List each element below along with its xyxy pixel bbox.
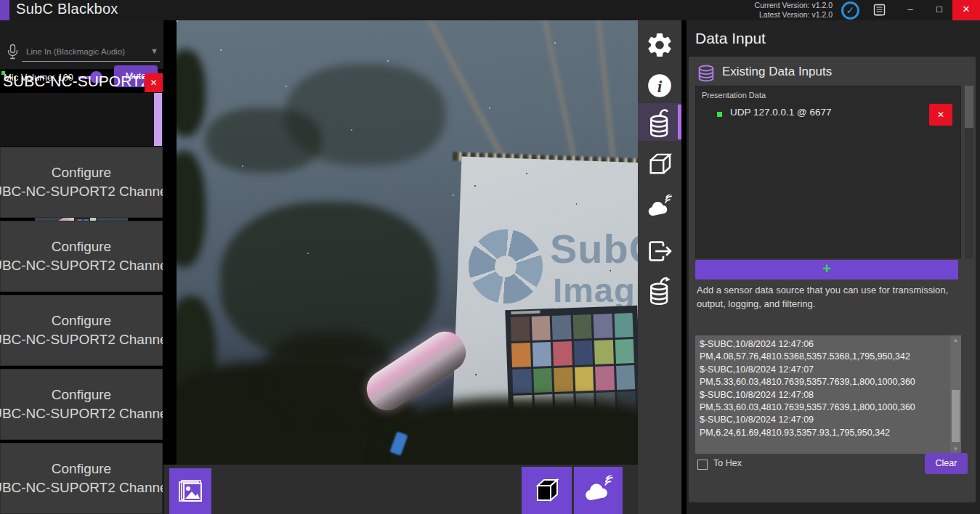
color-swatch — [532, 342, 551, 367]
existing-data-inputs-card: Existing Data Inputs Presentation Data U… — [689, 57, 976, 502]
clear-log-button[interactable]: Clear — [925, 453, 968, 474]
settings-gear-icon — [645, 30, 674, 60]
input-label: UDP 127.0.0.1 @ 6677 — [730, 107, 832, 118]
microphone-icon — [7, 44, 19, 61]
data-input-tab[interactable] — [638, 103, 681, 141]
input-status-dot — [717, 112, 722, 117]
right-toolbar: i — [638, 20, 681, 514]
configure-label-line1: Configure — [52, 386, 111, 404]
info-icon: i — [646, 72, 673, 99]
video-bottom-bar — [163, 465, 638, 514]
section-title: Existing Data Inputs — [722, 65, 832, 79]
maximize-button[interactable]: ☐ — [928, 0, 950, 20]
cloud-transmit-icon — [644, 195, 675, 221]
wreck-shadow — [286, 64, 445, 166]
configure-channel-list: Configure UBC-NC-SUPORT2 Channel Configu… — [0, 147, 163, 514]
kelp-debris — [177, 151, 206, 267]
cloud-tab[interactable] — [638, 189, 681, 227]
color-swatch — [512, 369, 532, 393]
log-scrollbar-thumb[interactable] — [952, 390, 960, 442]
color-swatch — [552, 315, 572, 340]
configure-label-line1: Configure — [52, 163, 111, 182]
current-version: Current Version: v1.2.0 — [755, 1, 833, 10]
add-description: Add a sensor data source that you can us… — [697, 283, 970, 311]
image-gallery-icon — [177, 478, 204, 505]
configure-label-line2: UBC-NC-SUPORT2 Channel — [0, 330, 163, 349]
log-line: PM,5.33,60.03,4810.7639,5357.7639,1,800,… — [700, 376, 947, 388]
video-feed[interactable]: SubC Imaging — [177, 20, 638, 465]
snapshot-gallery-button[interactable] — [169, 468, 211, 514]
data-output-database-icon — [645, 274, 674, 306]
color-swatch — [575, 367, 594, 391]
cube-3d-button[interactable] — [522, 467, 572, 514]
watermark-text: SubC — [550, 225, 638, 272]
to-hex-checkbox[interactable] — [697, 460, 708, 470]
audio-device-select[interactable]: Line In (Blackmagic Audio) — [26, 47, 146, 56]
watermark-text: Imaging — [553, 270, 638, 310]
cube-3d-icon — [644, 149, 675, 179]
configure-channel-button[interactable]: Configure UBC-NC-SUPORT2 Channel — [0, 295, 163, 366]
cloud-transmit-button[interactable] — [574, 467, 623, 514]
color-swatch — [615, 339, 634, 364]
changelog-icon[interactable] — [872, 4, 886, 17]
configure-label-line2: UBC-NC-SUPORT2 Channel — [0, 404, 163, 423]
inputs-list-panel: Presentation Data UDP 127.0.0.1 @ 6677 ✕ — [695, 86, 961, 258]
log-line: $-SUBC,10/8/2024 12:47:06 — [700, 338, 947, 351]
chevron-down-icon[interactable]: ▼ — [150, 46, 158, 55]
log-line: PM,4.08,57.76,4810.5368,5357.5368,1,795,… — [700, 351, 947, 363]
color-swatch — [595, 366, 615, 391]
configure-label-line2: UBC-NC-SUPORT2 Channel — [0, 256, 163, 275]
data-output-tab[interactable] — [638, 271, 681, 309]
cube-3d-icon — [530, 474, 564, 507]
configure-channel-button[interactable]: Configure UBC-NC-SUPORT2 Channel — [0, 443, 163, 514]
cube-3d-tab[interactable] — [638, 145, 681, 183]
configure-channel-button[interactable]: Configure UBC-NC-SUPORT2 Channel — [0, 369, 163, 440]
settings-tab[interactable] — [638, 26, 681, 64]
delete-input-button[interactable]: ✕ — [929, 104, 952, 126]
data-input-panel: Data Input Existing Data Inputs Presenta… — [687, 20, 980, 514]
log-line: PM,5.33,60.03,4810.7639,5357.7639,1,800,… — [700, 401, 947, 414]
update-check-icon[interactable]: ✓ — [841, 1, 859, 20]
configure-label-line1: Configure — [52, 460, 111, 478]
panel-scrollbar[interactable] — [965, 86, 973, 258]
app-window: SubC Blackbox Current Version: v1.2.0 La… — [0, 0, 980, 514]
configure-label-line2: UBC-NC-SUPORT2 Channel — [0, 478, 163, 497]
data-log-panel[interactable]: $-SUBC,10/8/2024 12:47:06PM,4.08,57.76,4… — [695, 335, 961, 454]
app-title: SubC Blackbox — [16, 1, 118, 17]
configure-channel-button[interactable]: Configure UBC-NC-SUPORT2 Channel — [0, 221, 163, 292]
color-swatch — [572, 314, 592, 339]
channel-close-button[interactable]: ✕ — [145, 73, 163, 92]
version-info: Current Version: v1.2.0 Latest Version: … — [755, 1, 833, 20]
color-swatch — [616, 365, 636, 390]
audio-panel: Line In (Blackmagic Audio) ▼ Mic Volume:… — [0, 20, 163, 69]
scroll-down-icon[interactable]: ▼ — [950, 446, 961, 452]
configure-channel-button[interactable]: Configure UBC-NC-SUPORT2 Channel — [0, 147, 163, 218]
panel-title: Data Input — [695, 30, 766, 47]
sidebar-scrollbar-thumb[interactable] — [154, 93, 162, 146]
audio-select-underline — [22, 61, 160, 62]
group-label: Presentation Data — [702, 91, 766, 99]
log-line: PM,6.24,61.69,4810.93,5357.93,1,795,950,… — [700, 427, 947, 439]
color-swatch — [614, 313, 633, 338]
minimize-button[interactable]: – — [899, 0, 921, 20]
color-swatch — [533, 368, 553, 393]
scroll-up-icon[interactable]: ▲ — [950, 337, 961, 343]
log-line: $-SUBC,10/8/2024 12:47:08 — [700, 389, 947, 401]
log-line: $-SUBC,10/8/2024 12:47:07 — [700, 364, 947, 376]
add-data-input-button[interactable]: + — [695, 260, 958, 280]
close-button[interactable]: ✕ — [952, 0, 980, 20]
hanging-rope — [538, 20, 579, 165]
svg-text:i: i — [657, 77, 663, 96]
export-tab[interactable] — [638, 232, 681, 270]
log-scrollbar[interactable]: ▲ ▼ — [950, 335, 961, 454]
color-swatch — [594, 340, 614, 364]
log-line: $-SUBC,10/8/2024 12:47:09 — [700, 414, 947, 426]
marine-snow — [177, 20, 178, 22]
hanging-rope — [593, 20, 619, 173]
title-bar: SubC Blackbox Current Version: v1.2.0 La… — [0, 0, 980, 20]
color-swatch — [531, 316, 551, 340]
color-swatch — [554, 367, 573, 392]
color-swatch — [511, 343, 531, 367]
panel-scrollbar-thumb[interactable] — [965, 86, 973, 128]
info-tab[interactable]: i — [638, 67, 681, 105]
